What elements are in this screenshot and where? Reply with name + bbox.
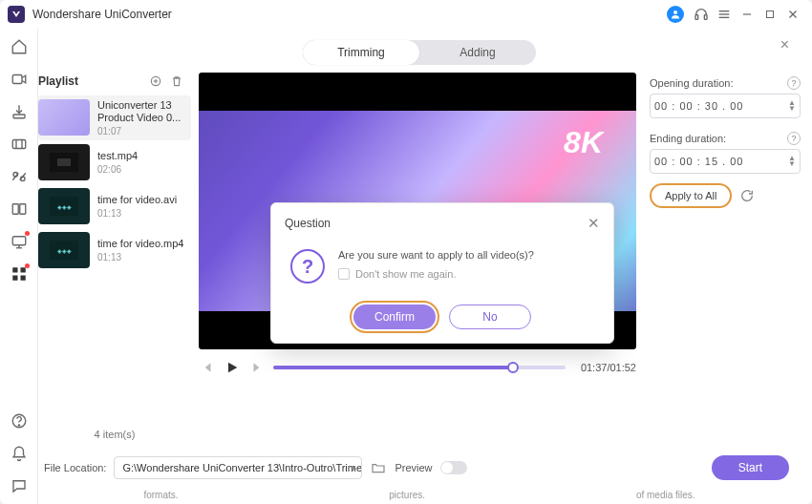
playlist-item[interactable]: Uniconverter 13 Product Video 0...01:07	[38, 95, 191, 140]
ending-duration-input[interactable]: 00 : 00 : 15 . 00 ▲▼	[650, 149, 801, 174]
window-maximize-button[interactable]	[759, 3, 781, 26]
ending-duration-label: Ending duration:	[650, 133, 726, 144]
tab-trimming[interactable]: Trimming	[303, 40, 419, 65]
apply-to-all-button[interactable]: Apply to All	[650, 183, 732, 208]
preview-toggle[interactable]	[440, 461, 467, 474]
svg-rect-26	[12, 276, 17, 281]
nav-notifications-icon[interactable]	[9, 443, 30, 464]
hamburger-menu-icon[interactable]	[713, 3, 736, 26]
open-folder-button[interactable]	[370, 459, 387, 476]
preview-toggle-label: Preview	[395, 462, 432, 473]
svg-rect-25	[20, 267, 25, 272]
svg-rect-21	[12, 237, 26, 245]
dialog-title: Question	[285, 217, 331, 230]
playlist-thumbnail	[38, 144, 90, 180]
svg-rect-19	[12, 204, 18, 215]
playlist-thumbnail	[38, 99, 90, 136]
dont-show-checkbox[interactable]	[338, 268, 350, 280]
svg-rect-27	[20, 276, 25, 281]
playlist-item-duration: 01:07	[97, 126, 191, 136]
playlist-heading: Playlist	[38, 74, 78, 88]
nav-merge-icon[interactable]	[9, 199, 30, 220]
playlist-delete-button[interactable]	[168, 73, 185, 90]
footer-hint: pictures.	[389, 490, 425, 500]
close-panel-icon[interactable]: ×	[780, 36, 789, 53]
svg-rect-2	[704, 15, 707, 20]
playlist-item-name: test.mp4	[97, 150, 138, 162]
opening-duration-input[interactable]: 00 : 00 : 30 . 00 ▲▼	[650, 94, 801, 118]
prev-frame-button[interactable]	[199, 359, 216, 376]
no-button[interactable]: No	[449, 304, 531, 329]
nav-help-icon[interactable]	[9, 410, 30, 431]
nav-toolbox-icon[interactable]	[9, 263, 30, 284]
ending-duration-value: 00 : 00 : 15 . 00	[654, 156, 788, 167]
nav-screen-icon[interactable]	[9, 231, 30, 252]
question-icon: ?	[290, 249, 325, 284]
user-avatar-button[interactable]	[667, 6, 684, 23]
playlist-thumbnail: ◈◈◈	[38, 188, 90, 224]
window-minimize-button[interactable]	[736, 3, 759, 26]
nav-edit-icon[interactable]	[9, 166, 30, 187]
svg-rect-10	[12, 75, 22, 84]
app-title: Wondershare UniConverter	[32, 8, 172, 21]
start-button[interactable]: Start	[712, 455, 789, 480]
svg-rect-34	[57, 158, 71, 166]
tab-adding[interactable]: Adding	[419, 40, 536, 65]
revert-button[interactable]	[737, 186, 757, 205]
nav-compress-icon[interactable]	[9, 134, 30, 155]
footer-hint: of media files.	[636, 490, 695, 500]
window-close-button[interactable]	[781, 3, 804, 26]
svg-rect-20	[19, 204, 25, 215]
duration-spinner[interactable]: ▲▼	[788, 100, 796, 112]
next-frame-button[interactable]	[248, 359, 266, 376]
nav-home-icon[interactable]	[9, 36, 30, 57]
time-display: 01:37/01:52	[581, 362, 636, 373]
mode-tabs: Trimming Adding	[303, 40, 536, 65]
nav-download-icon[interactable]	[9, 101, 30, 122]
playlist-item-name: time for video.mp4	[97, 238, 183, 250]
playlist-count: 4 item(s)	[38, 423, 191, 446]
playlist-item-duration: 01:13	[97, 208, 177, 219]
help-icon[interactable]: ?	[787, 76, 801, 90]
playlist-add-button[interactable]	[147, 73, 164, 90]
svg-text:◈◈◈: ◈◈◈	[57, 204, 72, 210]
playlist-item-duration: 02:06	[97, 164, 138, 175]
footer-hint: formats.	[143, 490, 178, 500]
confirm-button[interactable]: Confirm	[353, 304, 436, 329]
play-button[interactable]	[224, 359, 241, 376]
help-icon[interactable]: ?	[787, 132, 801, 145]
svg-rect-11	[13, 115, 25, 118]
playlist-item-name: Uniconverter 13 Product Video 0...	[97, 99, 191, 124]
svg-point-29	[18, 425, 19, 426]
svg-rect-7	[767, 11, 774, 18]
nav-video-icon[interactable]	[9, 69, 30, 90]
dialog-message: Are you sure want to apply to all video(…	[338, 249, 534, 261]
playlist-item[interactable]: ◈◈◈ time for video.mp401:13	[38, 228, 191, 272]
dialog-close-button[interactable]: ✕	[588, 215, 600, 232]
svg-text:◈◈◈: ◈◈◈	[57, 248, 72, 254]
svg-rect-24	[12, 267, 17, 272]
file-location-select[interactable]: G:\Wondershare UniConverter 13\Intro-Out…	[114, 456, 362, 479]
app-logo	[8, 6, 25, 23]
nav-feedback-icon[interactable]	[9, 475, 30, 496]
headphones-icon[interactable]	[690, 3, 713, 26]
playlist-thumbnail: ◈◈◈	[38, 232, 90, 268]
svg-point-0	[673, 10, 677, 14]
svg-rect-1	[695, 15, 698, 20]
svg-rect-12	[12, 140, 26, 149]
dont-show-label: Don't show me again.	[355, 268, 456, 280]
playlist-item[interactable]: test.mp402:06	[38, 140, 191, 184]
duration-spinner[interactable]: ▲▼	[788, 156, 796, 167]
opening-duration-label: Opening duration:	[650, 77, 733, 89]
file-location-label: File Location:	[44, 462, 106, 473]
playlist-item-duration: 01:13	[97, 252, 183, 262]
confirm-dialog: Question ✕ ? Are you sure want to apply …	[270, 202, 614, 344]
seek-slider[interactable]	[273, 366, 566, 369]
playlist-item[interactable]: ◈◈◈ time for video.avi01:13	[38, 184, 191, 228]
opening-duration-value: 00 : 00 : 30 . 00	[654, 100, 788, 112]
playlist-item-name: time for video.avi	[97, 194, 177, 206]
